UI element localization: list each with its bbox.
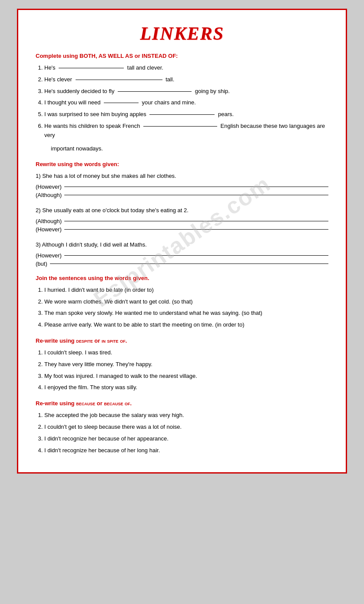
answer-label: (However) xyxy=(36,252,62,259)
item-text: We wore warm clothes. We didn't want to … xyxy=(44,298,193,305)
item-text: I couldn't sleep. I was tired. xyxy=(44,349,112,356)
answer-blank[interactable] xyxy=(64,187,328,187)
list-item: I enjoyed the film. The story was silly. xyxy=(44,383,328,392)
list-item: They have very little money. They're hap… xyxy=(44,360,328,369)
blank-5[interactable] xyxy=(149,114,215,115)
item-text: Please arrive early. We want to be able … xyxy=(44,321,245,328)
blank-1[interactable] xyxy=(59,68,124,68)
item-text: She accepted the job because the salary … xyxy=(44,412,184,418)
list-item: I thought you will need your chairs and … xyxy=(44,98,328,107)
section-because: Re-write using because or because of. Sh… xyxy=(36,400,328,455)
list-item: He's tall and clever. xyxy=(44,63,328,73)
list-item: The man spoke very slowly. He wanted me … xyxy=(44,309,328,318)
list-item: He's suddenly decided to fly going by sh… xyxy=(44,87,328,96)
section2-heading: Rewrite using the words given: xyxy=(36,161,328,167)
answer-blank[interactable] xyxy=(64,229,328,230)
section5-list: She accepted the job because the salary … xyxy=(44,411,328,455)
item-text: I didn't recognize her because of her lo… xyxy=(44,447,160,454)
rewrite-item-3: 3) Although I didn't study, I did well a… xyxy=(36,240,328,267)
list-item: My foot was injured. I managed to walk t… xyxy=(44,372,328,381)
list-item: Please arrive early. We want to be able … xyxy=(44,320,328,330)
answer-line: (However) xyxy=(36,252,328,259)
section1-list: He's tall and clever. He's clever tall. … xyxy=(44,63,328,140)
list-item: I couldn't sleep. I was tired. xyxy=(44,348,328,357)
answer-label: (but) xyxy=(36,260,47,267)
item-text: He wants his children to speak French En… xyxy=(44,123,325,138)
answer-line: (but) xyxy=(36,260,328,267)
rewrite-item-1: 1) She has a lot of money but she makes … xyxy=(36,172,328,198)
section4-list: I couldn't sleep. I was tired. They have… xyxy=(44,348,328,392)
section-join: Join the sentences using the words given… xyxy=(36,275,328,330)
item-text: He's tall and clever. xyxy=(44,64,163,71)
item-text: They have very little money. They're hap… xyxy=(44,361,152,367)
item-text: I hurried. I didn't want to be late (in … xyxy=(44,287,154,293)
section-despite: Re-write using despite or in spite of. I… xyxy=(36,337,328,392)
item-text: I enjoyed the film. The story was silly. xyxy=(44,384,137,390)
answer-blank[interactable] xyxy=(64,195,328,195)
list-item: We wore warm clothes. We didn't want to … xyxy=(44,297,328,307)
worksheet: Eslprintables.com LINKERS Complete using… xyxy=(17,9,347,474)
section3-heading: Join the sentences using the words given… xyxy=(36,275,328,281)
item-text: My foot was injured. I managed to walk t… xyxy=(44,373,197,379)
rewrite-sentence-1: 1) She has a lot of money but she makes … xyxy=(36,172,328,181)
page-title: LINKERS xyxy=(36,23,328,44)
list-item: He wants his children to speak French En… xyxy=(44,122,328,140)
blank-4[interactable] xyxy=(104,103,139,103)
blank-2[interactable] xyxy=(76,80,162,80)
continued-text: important nowadays. xyxy=(51,144,328,154)
section3-list: I hurried. I didn't want to be late (in … xyxy=(44,286,328,330)
list-item: I didn't recognize her because of her lo… xyxy=(44,446,328,455)
section4-heading: Re-write using despite or in spite of. xyxy=(36,337,328,344)
section-complete: Complete using BOTH, AS WELL AS or INSTE… xyxy=(36,53,328,153)
answer-blank[interactable] xyxy=(64,221,328,221)
answer-label: (However) xyxy=(36,226,62,233)
answer-line: (However) xyxy=(36,226,328,233)
blank-6[interactable] xyxy=(143,126,217,127)
list-item: I didn't recognize her because of her ap… xyxy=(44,434,328,444)
list-item: I couldn't get to sleep because there wa… xyxy=(44,423,328,432)
list-item: She accepted the job because the salary … xyxy=(44,411,328,420)
list-item: I was surprised to see him buying apples… xyxy=(44,110,328,119)
answer-line: (Although) xyxy=(36,192,328,198)
item-text: I couldn't get to sleep because there wa… xyxy=(44,424,182,430)
item-text: He's suddenly decided to fly going by sh… xyxy=(44,88,230,94)
list-item: I hurried. I didn't want to be late (in … xyxy=(44,286,328,295)
list-item: He's clever tall. xyxy=(44,75,328,84)
answer-label: (Although) xyxy=(36,218,62,224)
item-text: He's clever tall. xyxy=(44,76,174,83)
section5-heading: Re-write using because or because of. xyxy=(36,400,328,407)
item-text: The man spoke very slowly. He wanted me … xyxy=(44,310,262,316)
section1-heading: Complete using BOTH, AS WELL AS or INSTE… xyxy=(36,53,328,59)
answer-line: (Although) xyxy=(36,218,328,224)
rewrite-item-2: 2) She usually eats at one o'clock but t… xyxy=(36,206,328,233)
answer-line: (However) xyxy=(36,184,328,190)
item-text: I didn't recognize her because of her ap… xyxy=(44,435,169,442)
answer-label: (However) xyxy=(36,184,62,190)
section-rewrite: Rewrite using the words given: 1) She ha… xyxy=(36,161,328,267)
blank-3[interactable] xyxy=(118,91,192,92)
answer-blank[interactable] xyxy=(64,255,328,256)
rewrite-sentence-3: 3) Although I didn't study, I did well a… xyxy=(36,240,328,250)
item-text: I thought you will need your chairs and … xyxy=(44,99,196,106)
rewrite-sentence-2: 2) She usually eats at one o'clock but t… xyxy=(36,206,328,215)
answer-label: (Although) xyxy=(36,192,62,198)
item-text: I was surprised to see him buying apples… xyxy=(44,111,234,117)
answer-blank[interactable] xyxy=(50,264,328,264)
